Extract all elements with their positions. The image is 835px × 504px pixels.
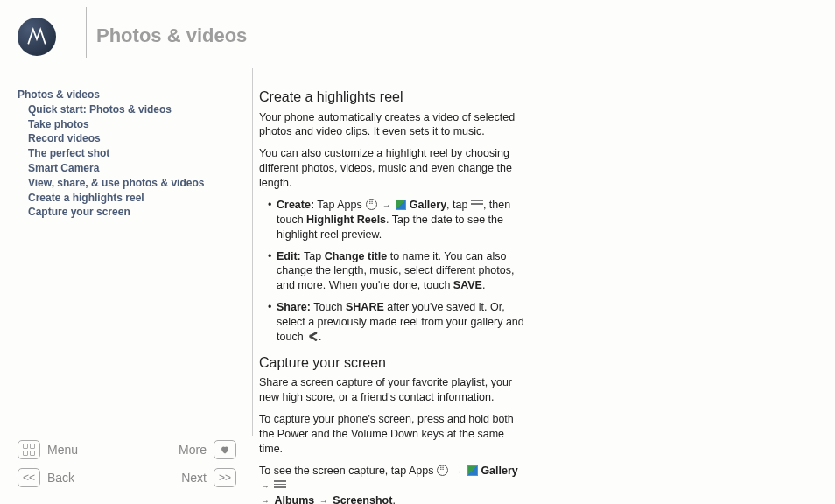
toc-item-smart-camera[interactable]: Smart Camera: [18, 161, 219, 176]
gallery-icon: [467, 466, 478, 476]
toc-heading[interactable]: Photos & videos: [18, 88, 219, 102]
share-text-a: Touch: [313, 301, 342, 313]
create-label: Create:: [277, 199, 314, 211]
gallery-label: Gallery: [410, 199, 446, 211]
next-button[interactable]: Next >>: [181, 468, 236, 487]
next-label: Next: [181, 471, 207, 485]
heading-highlights: Create a highlights reel: [259, 88, 530, 107]
main-content: Create a highlights reel Your phone auto…: [259, 88, 530, 504]
arrow-icon: →: [261, 496, 270, 504]
arrow-icon: →: [382, 200, 391, 210]
arrow-icon: →: [453, 466, 462, 476]
hamburger-icon: [274, 480, 286, 489]
save-label: SAVE: [453, 279, 482, 291]
share-bold: SHARE: [346, 301, 384, 313]
toc-item-view-share[interactable]: View, share, & use photos & videos: [18, 176, 219, 191]
menu-label: Menu: [47, 443, 78, 457]
list-item-share: Share: Touch SHARE after you've saved it…: [268, 300, 530, 345]
para-see-capture: To see the screen capture, tap Apps → Ga…: [259, 464, 530, 504]
albums-label: Albums: [274, 494, 314, 504]
toc-item-take-photos[interactable]: Take photos: [18, 117, 219, 132]
back-label: Back: [47, 471, 74, 485]
para-howto: To capture your phone's screen, press an…: [259, 412, 530, 457]
toc-item-record-videos[interactable]: Record videos: [18, 131, 219, 146]
content-divider: [252, 68, 253, 436]
heading-capture: Capture your screen: [259, 354, 530, 373]
sidebar-toc: Photos & videos Quick start: Photos & vi…: [18, 88, 219, 220]
arrow-icon: →: [319, 496, 328, 504]
heart-icon: [214, 440, 236, 459]
arrow-icon: →: [261, 481, 270, 491]
motorola-logo: [18, 18, 56, 56]
create-text-c: , tap: [446, 199, 467, 211]
back-button[interactable]: << Back: [18, 468, 74, 487]
toc-item-quickstart[interactable]: Quick start: Photos & videos: [18, 102, 219, 117]
para-share-capture: Share a screen capture of your favorite …: [259, 375, 530, 405]
gallery-label-2: Gallery: [481, 465, 517, 477]
list-item-edit: Edit: Tap Change title to name it. You c…: [268, 249, 530, 294]
page-title: Photos & videos: [96, 24, 247, 47]
edit-label: Edit:: [277, 250, 301, 262]
share-icon: [306, 331, 319, 343]
more-label: More: [179, 443, 207, 457]
next-icon: >>: [214, 468, 236, 487]
apps-icon: [437, 465, 449, 477]
apps-icon: [365, 199, 377, 211]
change-title-label: Change title: [325, 250, 388, 262]
back-icon: <<: [18, 468, 40, 487]
gallery-icon: [396, 200, 406, 210]
para-customize: You can also customize a highlight reel …: [259, 146, 530, 191]
grid-icon: [18, 440, 40, 459]
header-divider: [86, 7, 87, 58]
share-label: Share:: [277, 301, 311, 313]
highlight-reels-label: Highlight Reels: [306, 214, 386, 226]
edit-text-a: Tap: [304, 250, 321, 262]
toc-item-perfect-shot[interactable]: The perfect shot: [18, 146, 219, 161]
more-button[interactable]: More: [179, 440, 236, 459]
list-item-create: Create: Tap Apps → Gallery, tap , then t…: [268, 198, 530, 242]
screenshot-label: Screenshot: [333, 494, 392, 504]
hamburger-icon: [471, 200, 483, 209]
create-text-a: Tap Apps: [317, 199, 361, 211]
bottom-nav: Menu More << Back Next >>: [18, 439, 236, 495]
toc-item-highlights[interactable]: Create a highlights reel: [18, 191, 219, 206]
toc-item-capture[interactable]: Capture your screen: [18, 205, 219, 220]
see-text-a: To see the screen capture, tap Apps: [259, 465, 433, 477]
para-auto: Your phone automatically creates a video…: [259, 110, 530, 140]
menu-button[interactable]: Menu: [18, 440, 78, 459]
